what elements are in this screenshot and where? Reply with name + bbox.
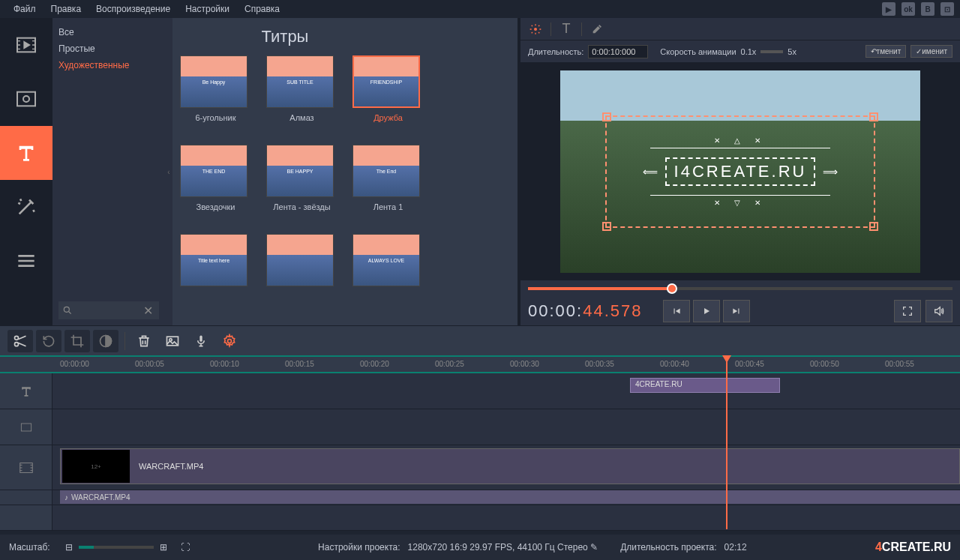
resize-handle-tl[interactable] <box>602 112 611 121</box>
filmstrip-icon <box>14 87 38 111</box>
delete-button[interactable] <box>131 330 157 352</box>
svg-point-2 <box>23 96 29 102</box>
menu-help[interactable]: Справка <box>237 1 287 17</box>
edit-project-icon[interactable]: ✎ <box>590 542 598 553</box>
overlay-track[interactable] <box>0 409 960 445</box>
ok-icon[interactable]: ok <box>902 2 915 16</box>
vk-icon[interactable]: B <box>921 2 934 16</box>
resize-handle-br[interactable] <box>869 222 878 231</box>
playhead[interactable] <box>726 357 728 529</box>
ruler-tick: 00:00:10 <box>210 360 239 368</box>
title-card-7[interactable]: Title text here <box>180 234 251 312</box>
image-icon <box>165 334 180 349</box>
audio-clip[interactable]: ♪WARCRAFT.MP4 <box>60 490 960 504</box>
title-track[interactable]: 4CREATE.RU <box>0 373 960 409</box>
category-artistic[interactable]: Художественные <box>58 57 159 73</box>
zoom-out-icon[interactable]: ⊟ <box>65 542 73 553</box>
sidebar-more[interactable] <box>0 234 52 288</box>
title-card-friendship[interactable]: FRIENDSHIPДружба <box>352 55 424 133</box>
project-duration-value: 02:12 <box>724 542 747 553</box>
apply-button[interactable]: ✓именит <box>910 45 952 58</box>
ruler-tick: 00:00:45 <box>735 360 764 368</box>
sidebar-filters[interactable] <box>0 72 52 126</box>
rotate-button[interactable] <box>36 330 62 352</box>
title-clip[interactable]: 4CREATE.RU <box>630 378 780 393</box>
title-card-ribbon-stars[interactable]: BE HAPPYЛента - звёзды <box>266 145 338 223</box>
search-bar[interactable]: ✕ <box>58 301 159 319</box>
ruler-tick: 00:00:00 <box>60 360 89 368</box>
title-card-8[interactable] <box>266 234 338 312</box>
speed-slider[interactable] <box>760 50 783 53</box>
crop-button[interactable] <box>64 330 90 352</box>
title-card-diamond[interactable]: SUB TITLEАлмаз <box>266 55 338 133</box>
filmstrip-play-icon <box>14 33 38 57</box>
youtube-icon[interactable]: ▶ <box>882 2 896 16</box>
timecode: 00:00:44.578 <box>528 301 642 321</box>
menu-edit[interactable]: Правка <box>44 1 89 17</box>
menu-file[interactable]: Файл <box>6 1 44 17</box>
speed-min: 0.1x <box>741 47 757 56</box>
video-track[interactable]: 12+ WARCRAFT.MP4 <box>0 445 960 490</box>
timeline-ruler[interactable]: 00:00:00 00:00:05 00:00:10 00:00:15 00:0… <box>0 355 960 373</box>
image-button[interactable] <box>160 330 185 352</box>
title-card-hexagon[interactable]: Be Happy6-угольник <box>180 55 251 133</box>
cut-button[interactable] <box>8 330 33 352</box>
category-panel: Все Простые Художественные ✕ <box>52 18 165 325</box>
collapse-handle[interactable]: ‹ <box>165 18 172 325</box>
audio-track[interactable]: ♪WARCRAFT.MP4 <box>0 490 960 505</box>
extra-track[interactable] <box>0 505 960 531</box>
text-tool-icon[interactable]: T <box>559 22 574 37</box>
ruler-tick: 00:00:25 <box>435 360 464 368</box>
svg-rect-1 <box>17 92 35 106</box>
edit-toolbar <box>0 325 960 355</box>
zoom-fit-icon[interactable]: ⛶ <box>181 542 190 553</box>
undo-button[interactable]: ↶тменит <box>866 45 907 58</box>
prev-button[interactable] <box>663 300 690 322</box>
panel-title: Титры <box>52 18 518 55</box>
filmstrip-icon <box>18 460 34 476</box>
overlay-text[interactable]: I4CREATE.RU <box>665 157 816 186</box>
svg-point-3 <box>64 307 69 312</box>
scrub-handle[interactable] <box>667 283 677 294</box>
svg-rect-12 <box>21 424 31 431</box>
fullscreen-button[interactable] <box>894 300 921 322</box>
record-icon[interactable]: ⊡ <box>940 2 954 16</box>
search-icon <box>62 305 73 316</box>
project-duration-label: Длительность проекта: <box>620 542 716 553</box>
menu-playback[interactable]: Воспроизведение <box>88 1 178 17</box>
clip-settings-icon[interactable] <box>528 22 543 37</box>
settings-button[interactable] <box>217 330 242 352</box>
titles-panel: Все Простые Художественные ✕ ‹ Титры Be … <box>52 18 518 325</box>
video-clip[interactable]: 12+ WARCRAFT.MP4 <box>60 448 960 484</box>
duration-input[interactable] <box>588 45 648 58</box>
ruler-tick: 00:00:50 <box>810 360 839 368</box>
title-card-stars[interactable]: THE ENDЗвездочки <box>180 145 251 223</box>
color-picker-icon[interactable] <box>590 22 604 37</box>
zoom-slider[interactable] <box>79 546 154 549</box>
zoom-label: Масштаб: <box>9 542 50 553</box>
play-button[interactable] <box>693 300 720 322</box>
next-button[interactable] <box>723 300 750 322</box>
color-button[interactable] <box>93 330 118 352</box>
duration-label: Длительность: <box>528 47 584 56</box>
sidebar-media[interactable] <box>0 18 52 72</box>
ruler-tick: 00:00:40 <box>660 360 689 368</box>
resize-handle-bl[interactable] <box>602 222 611 231</box>
sidebar-effects[interactable] <box>0 180 52 234</box>
volume-button[interactable] <box>926 300 952 322</box>
microphone-icon <box>194 334 208 349</box>
resize-handle-tr[interactable] <box>869 112 878 121</box>
speed-label: Скорость анимации <box>660 47 736 56</box>
zoom-in-icon[interactable]: ⊞ <box>160 542 167 553</box>
search-close-icon[interactable]: ✕ <box>137 304 159 318</box>
sidebar-titles[interactable] <box>0 126 52 180</box>
title-overlay[interactable]: ✕ △ ✕ ⟸ I4CREATE.RU ⟹ ✕ ▽ ✕ <box>605 115 875 228</box>
menu-settings[interactable]: Настройки <box>178 1 237 17</box>
title-card-ribbon1[interactable]: The EndЛента 1 <box>352 145 424 223</box>
mic-button[interactable] <box>188 330 214 352</box>
title-card-9[interactable]: ALWAYS LOVE <box>352 234 424 312</box>
ruler-tick: 00:00:35 <box>585 360 614 368</box>
overlay-icon <box>19 420 34 435</box>
preview-scrubber[interactable] <box>520 280 960 297</box>
preview-viewport[interactable]: ✕ △ ✕ ⟸ I4CREATE.RU ⟹ ✕ ▽ ✕ <box>520 63 960 280</box>
